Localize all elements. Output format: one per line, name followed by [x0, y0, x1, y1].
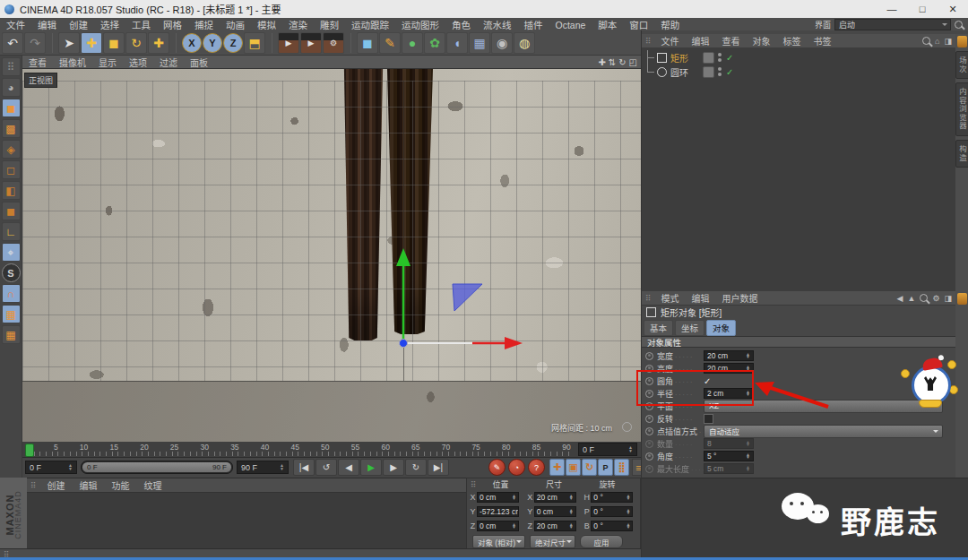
- frame-end-field[interactable]: 0 F: [578, 443, 637, 456]
- key-pla-toggle[interactable]: ⣿: [614, 459, 629, 476]
- dock-tab-icon[interactable]: [957, 293, 967, 305]
- axis-mode-icon[interactable]: ∟: [2, 222, 21, 241]
- menu-item[interactable]: 捕捉: [188, 20, 220, 30]
- scale-tool-icon[interactable]: ◼: [103, 32, 125, 54]
- menu-item[interactable]: 脚本: [592, 20, 623, 30]
- om-menu-item[interactable]: 文件: [655, 34, 686, 47]
- vp-maximize-icon[interactable]: ◰: [629, 57, 637, 67]
- undo-icon[interactable]: ↶: [2, 32, 23, 54]
- menu-item[interactable]: 渲染: [282, 20, 314, 30]
- timeline-ruler[interactable]: 051015202530354045505560657075808590 0 F: [22, 442, 641, 458]
- am-menu-item[interactable]: 用户数据: [716, 291, 765, 305]
- menu-item[interactable]: 文件: [0, 20, 31, 30]
- menu-item[interactable]: 帮助: [654, 20, 686, 30]
- viewport-corner-icon[interactable]: [622, 422, 632, 432]
- axis-gizmo[interactable]: [22, 69, 641, 442]
- next-frame-button[interactable]: ▶: [383, 459, 404, 476]
- home-icon[interactable]: ⌂: [935, 37, 939, 46]
- record-keyframe-button[interactable]: ✎: [488, 459, 506, 476]
- goto-end-button[interactable]: ▶|: [428, 459, 449, 476]
- menu-item[interactable]: 创建: [63, 20, 94, 30]
- pos-z-field[interactable]: 0 cm: [477, 521, 519, 531]
- coord-system-icon[interactable]: ⬒: [244, 32, 265, 54]
- keyframe-circle-icon[interactable]: [645, 427, 653, 435]
- render-view-icon[interactable]: ▶: [278, 32, 299, 54]
- material-menu-item[interactable]: 功能: [105, 478, 137, 492]
- menu-item[interactable]: 动画: [220, 20, 251, 30]
- viewport-menu-item[interactable]: 显示: [92, 56, 123, 69]
- material-menu-item[interactable]: 创建: [40, 478, 73, 492]
- workplane-align-icon[interactable]: ▦: [2, 325, 21, 344]
- object-tag-icon[interactable]: [703, 66, 714, 78]
- maximize-button[interactable]: □: [907, 0, 938, 18]
- history-back-icon[interactable]: ◀: [897, 294, 903, 303]
- keyframe-circle-icon[interactable]: [645, 415, 653, 423]
- render-settings-icon[interactable]: ⚙: [323, 32, 344, 54]
- om-search-icon[interactable]: [922, 37, 930, 45]
- size-z-field[interactable]: 20 cm: [534, 521, 576, 531]
- tab-coord[interactable]: 坐标: [675, 320, 704, 336]
- om-menu-item[interactable]: 对象: [747, 34, 777, 47]
- visibility-dots[interactable]: [718, 67, 722, 76]
- vp-pan-icon[interactable]: ✚: [598, 57, 605, 67]
- play-button[interactable]: ▶: [360, 459, 382, 476]
- search-icon[interactable]: [955, 21, 963, 29]
- settings-gear-icon[interactable]: ⚙: [932, 294, 939, 303]
- polygons-mode-icon[interactable]: ◼: [2, 202, 21, 220]
- vp-zoom-icon[interactable]: ⇅: [609, 57, 616, 67]
- object-row-circle[interactable]: 圆环 ✓: [642, 65, 955, 79]
- enabled-check-icon[interactable]: ✓: [726, 53, 733, 63]
- dock-tab[interactable]: 场次: [955, 51, 968, 79]
- viewport-menu-item[interactable]: 面板: [184, 56, 214, 69]
- last-tool-icon[interactable]: ✚: [148, 32, 169, 54]
- minimize-button[interactable]: —: [877, 0, 907, 18]
- material-menu-item[interactable]: 编辑: [73, 478, 105, 492]
- panel-grip[interactable]: ⠿: [642, 37, 655, 46]
- key-scale-toggle[interactable]: ▣: [566, 459, 581, 476]
- rot-b-field[interactable]: 0 °: [591, 521, 633, 531]
- goto-start-button[interactable]: |◀: [293, 459, 315, 476]
- playhead[interactable]: [25, 444, 34, 457]
- coord-size-dropdown[interactable]: 绝对尺寸: [530, 535, 575, 548]
- model-mode-icon[interactable]: ◼: [2, 99, 21, 117]
- previous-frame-button[interactable]: ◀: [338, 459, 359, 476]
- keyframe-circle-icon[interactable]: [645, 352, 653, 360]
- om-menu-item[interactable]: 编辑: [686, 34, 716, 47]
- material-menu-item[interactable]: 纹理: [137, 478, 169, 492]
- dock-tab[interactable]: 构造: [955, 140, 968, 168]
- lock-x-icon[interactable]: X: [182, 33, 202, 53]
- size-x-field[interactable]: 20 cm: [534, 492, 576, 503]
- key-position-toggle[interactable]: ✚: [549, 459, 565, 476]
- viewport-menu-item[interactable]: 选项: [123, 56, 153, 69]
- play-cycle-button[interactable]: ↺: [315, 459, 337, 476]
- rot-h-field[interactable]: 0 °: [591, 492, 633, 503]
- om-menu-item[interactable]: 标签: [777, 34, 808, 47]
- current-frame-field[interactable]: 0 F: [25, 461, 77, 474]
- rot-p-field[interactable]: 0 °: [591, 506, 633, 517]
- object-row-rectangle[interactable]: 矩形 ✓: [642, 50, 955, 65]
- texture-mode-icon[interactable]: ▩: [2, 119, 21, 138]
- size-y-field[interactable]: 0 cm: [534, 506, 576, 517]
- render-sphere-icon[interactable]: ◕: [2, 78, 21, 97]
- menu-item[interactable]: 插件: [518, 20, 549, 30]
- am-menu-item[interactable]: 编辑: [686, 291, 716, 305]
- tab-basic[interactable]: 基本: [644, 320, 673, 336]
- coord-mode-dropdown[interactable]: 对象 (相对): [472, 535, 525, 548]
- menu-item[interactable]: 编辑: [31, 20, 63, 30]
- menu-item[interactable]: 运动图形: [395, 20, 445, 30]
- am-search-icon[interactable]: [920, 294, 928, 302]
- viewport-solo-icon[interactable]: ⌖: [2, 243, 21, 262]
- key-rotation-toggle[interactable]: ↻: [582, 459, 597, 476]
- menu-item[interactable]: 运动跟踪: [345, 20, 395, 30]
- primitive-cube-icon[interactable]: ◼: [357, 32, 378, 54]
- subdivision-surface-icon[interactable]: ●: [402, 32, 423, 54]
- am-menu-item[interactable]: 模式: [655, 291, 686, 305]
- frame-max-field[interactable]: 90 F: [237, 461, 289, 474]
- angle-field[interactable]: 5 °: [704, 451, 754, 461]
- viewport-canvas[interactable]: 正视图 网格间距 : 10 cm: [22, 69, 641, 442]
- lock-y-icon[interactable]: Y: [203, 33, 222, 53]
- camera-icon[interactable]: ◉: [491, 32, 513, 54]
- close-button[interactable]: ✕: [938, 0, 968, 18]
- keyframe-circle-icon[interactable]: [645, 452, 653, 461]
- object-name[interactable]: 矩形: [670, 51, 697, 65]
